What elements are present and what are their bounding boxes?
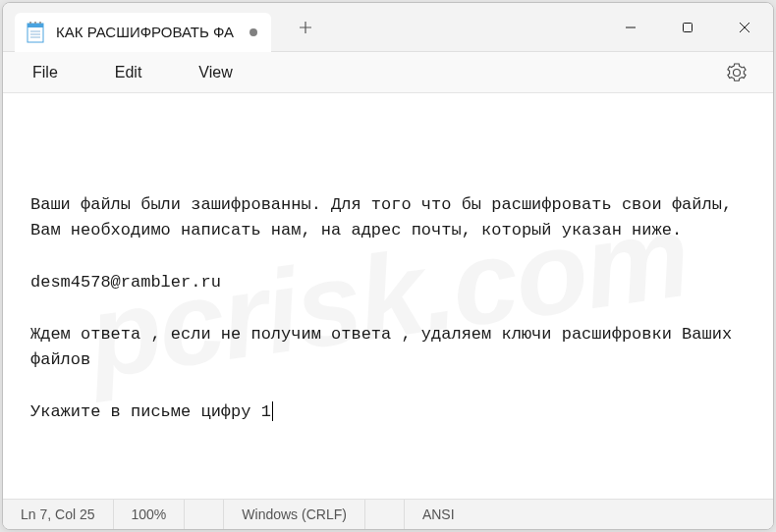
text-line: Ваши файлы были зашифрованны. Для того ч… (30, 195, 742, 239)
text-line: Укажите в письме цифру 1 (30, 402, 271, 421)
svg-point-6 (34, 22, 36, 24)
minimize-button[interactable] (602, 3, 659, 52)
svg-point-7 (39, 22, 41, 24)
window-controls (602, 3, 773, 52)
menubar: File Edit View (3, 52, 773, 93)
status-encoding: ANSI (405, 500, 472, 529)
new-tab-button[interactable] (289, 11, 322, 44)
status-spacer (185, 500, 224, 529)
status-zoom[interactable]: 100% (114, 500, 186, 529)
text-line: desm4578@rambler.ru (30, 273, 221, 292)
document-tab[interactable]: КАК РАСШИФРОВАТЬ ФА (15, 13, 271, 52)
status-spacer (365, 500, 405, 529)
menu-view[interactable]: View (179, 58, 251, 87)
menu-file[interactable]: File (13, 58, 78, 87)
text-line: Ждем ответа , если не получим ответа , у… (30, 325, 742, 369)
settings-button[interactable] (718, 54, 755, 91)
titlebar: КАК РАСШИФРОВАТЬ ФА (3, 3, 773, 52)
status-line-ending: Windows (CRLF) (224, 500, 365, 529)
editor-content: Ваши файлы были зашифрованны. Для того ч… (30, 192, 746, 425)
maximize-button[interactable] (659, 3, 716, 52)
notepad-icon (25, 20, 46, 45)
svg-rect-1 (28, 24, 43, 27)
text-editor[interactable]: pcrisk.com Ваши файлы были зашифрованны.… (3, 93, 773, 499)
svg-rect-9 (684, 23, 693, 31)
status-position: Ln 7, Col 25 (3, 500, 114, 529)
gear-icon (727, 63, 747, 82)
menu-edit[interactable]: Edit (95, 58, 162, 87)
svg-point-5 (29, 22, 31, 24)
tab-title: КАК РАСШИФРОВАТЬ ФА (56, 24, 234, 40)
statusbar: Ln 7, Col 25 100% Windows (CRLF) ANSI (3, 499, 773, 529)
close-button[interactable] (716, 3, 773, 52)
text-cursor-icon (272, 401, 273, 421)
modified-indicator-icon (249, 28, 257, 36)
notepad-window: КАК РАСШИФРОВАТЬ ФА File Edit View (2, 2, 774, 530)
